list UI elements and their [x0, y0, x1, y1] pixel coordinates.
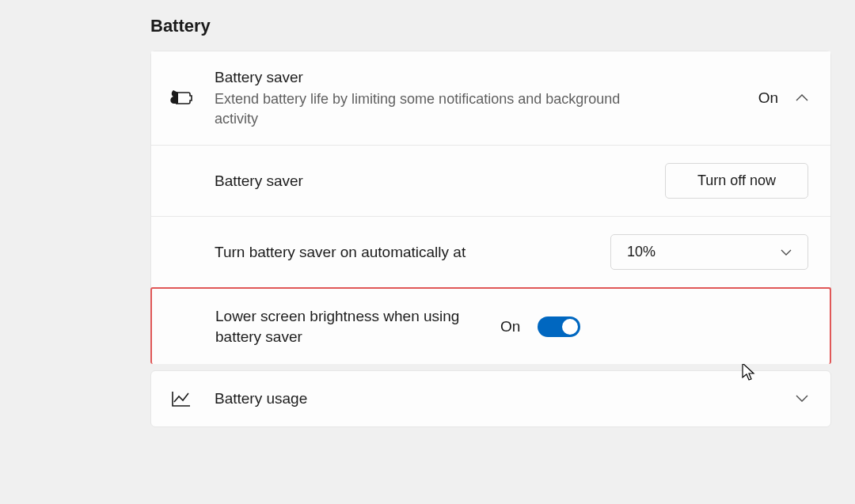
chevron-up-icon — [796, 92, 808, 104]
battery-saver-status: On — [758, 89, 778, 107]
battery-usage-row[interactable]: Battery usage — [151, 371, 830, 426]
chevron-down-icon — [781, 244, 792, 260]
battery-saver-sublabel: Battery saver — [215, 171, 665, 191]
battery-saver-title: Battery saver — [215, 67, 758, 88]
lower-brightness-label: Lower screen brightness when using batte… — [215, 306, 500, 347]
auto-on-label: Turn battery saver on automatically at — [215, 242, 610, 263]
lower-brightness-toggle[interactable] — [538, 316, 580, 337]
chevron-down-icon — [796, 392, 808, 405]
turn-off-now-button[interactable]: Turn off now — [665, 163, 808, 199]
battery-saver-icon — [169, 89, 194, 107]
lower-brightness-status: On — [500, 318, 520, 335]
chart-icon — [169, 390, 194, 407]
battery-saver-group: Battery saver Extend battery life by lim… — [150, 51, 831, 364]
lower-brightness-row: Lower screen brightness when using batte… — [150, 287, 831, 364]
battery-usage-title: Battery usage — [215, 388, 796, 409]
battery-usage-group: Battery usage — [150, 370, 831, 427]
battery-saver-header[interactable]: Battery saver Extend battery life by lim… — [151, 51, 830, 146]
auto-on-value: 10% — [627, 244, 656, 260]
section-title: Battery — [150, 16, 831, 36]
battery-saver-description: Extend battery life by limiting some not… — [215, 89, 626, 129]
auto-on-row: Turn battery saver on automatically at 1… — [151, 217, 830, 288]
toggle-knob — [562, 319, 578, 335]
auto-on-select[interactable]: 10% — [610, 234, 808, 270]
battery-saver-toggle-row: Battery saver Turn off now — [151, 146, 830, 217]
